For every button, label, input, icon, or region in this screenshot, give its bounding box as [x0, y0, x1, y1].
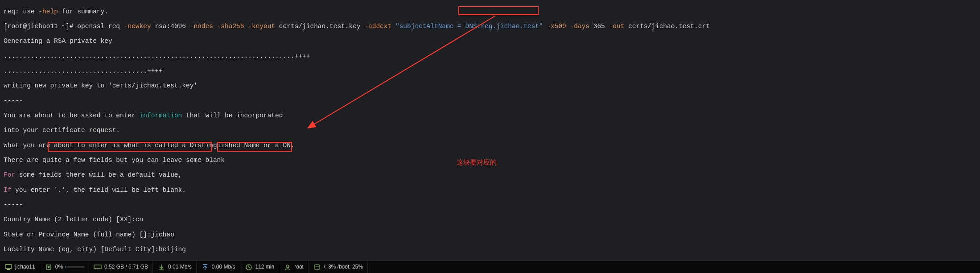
string-close: "	[539, 23, 547, 30]
flag: -help	[38, 8, 58, 15]
text: writing new private key to 'certs/jichao…	[4, 82, 976, 90]
text: What you are about to enter is what is c…	[4, 142, 976, 149]
keyword: information	[140, 112, 182, 119]
terminal-output[interactable]: req: use -help for summary. [root@jichao…	[0, 0, 980, 273]
space	[566, 23, 570, 30]
status-up-value: 0.00 Mb/s	[212, 264, 235, 270]
command: openssl req	[77, 23, 124, 30]
svg-rect-5	[48, 266, 49, 268]
shell-prompt: [root@jichao11 ~]#	[4, 23, 77, 30]
text: You are about to be asked to enter	[4, 112, 140, 119]
status-mem-value: 0.52 GB / 6.71 GB	[104, 264, 148, 270]
text: into your certificate request.	[4, 127, 976, 134]
arg: certs/jichao.test.key	[275, 23, 364, 30]
text: Generating a RSA private key	[4, 37, 976, 45]
arg: certs/jichao.test.crt	[624, 23, 709, 30]
status-cpu-value: 0%	[55, 264, 63, 270]
flag: -sha256	[217, 23, 244, 30]
status-uptime[interactable]: 112 min	[240, 261, 280, 273]
monitor-icon	[4, 264, 12, 271]
keyword: For	[4, 171, 15, 178]
download-icon	[157, 264, 165, 271]
status-net-down[interactable]: 0.01 Mb/s	[153, 261, 197, 273]
text: you enter '.', the field will be left bl…	[11, 186, 186, 194]
flag: -out	[609, 23, 625, 30]
status-mem[interactable]: 0.52 GB / 6.71 GB	[89, 261, 153, 273]
separator: -----	[4, 201, 976, 209]
flag: -x509	[547, 23, 566, 30]
user-icon	[284, 264, 292, 271]
status-user-value: root	[294, 264, 304, 270]
svg-point-11	[286, 265, 289, 268]
status-bar: jichao11 0% 0.52 GB / 6.71 GB 0.01 Mb/s …	[0, 261, 980, 273]
flag: -days	[570, 23, 590, 30]
svg-rect-2	[5, 265, 12, 269]
memory-icon	[94, 264, 102, 271]
space	[244, 23, 248, 30]
cpu-bar	[66, 266, 84, 268]
svg-rect-3	[7, 269, 10, 270]
svg-point-12	[314, 265, 320, 266]
prompt-field: State or Province Name (full name) []:ji…	[4, 231, 976, 239]
flag: -keyout	[248, 23, 275, 30]
progress-dots: ........................................…	[4, 53, 976, 60]
progress-dots: .....................................+++…	[4, 67, 976, 75]
status-disk-value: /: 3% /boot: 25%	[324, 264, 363, 270]
flag: -nodes	[190, 23, 213, 30]
status-uptime-value: 112 min	[255, 264, 275, 270]
prompt-field: Country Name (2 letter code) [XX]:cn	[4, 216, 976, 223]
san-value: DNS:reg.jichao.test	[465, 23, 539, 30]
text: that will be incorporated	[182, 112, 283, 119]
annotation-text: 这块要对应的	[457, 158, 497, 166]
clock-icon	[245, 264, 253, 271]
text: for summary.	[58, 8, 108, 15]
status-net-up[interactable]: 0.00 Mb/s	[197, 261, 240, 273]
status-user[interactable]: root	[279, 261, 309, 273]
arg: 365	[589, 23, 609, 30]
status-down-value: 0.01 Mb/s	[168, 264, 192, 270]
svg-rect-6	[94, 265, 101, 269]
text: some fields there will be a default valu…	[15, 171, 182, 178]
string-open: "subjectAltName =	[391, 23, 465, 30]
upload-icon	[201, 264, 209, 271]
flag: -newkey	[124, 23, 151, 30]
status-disk[interactable]: /: 3% /boot: 25%	[309, 261, 368, 273]
prompt-field: Locality Name (eg, city) [Default City]:…	[4, 246, 976, 253]
space	[213, 23, 217, 30]
status-cpu[interactable]: 0%	[40, 261, 89, 273]
text: req: use	[4, 8, 38, 15]
status-host[interactable]: jichao11	[0, 261, 40, 273]
arg: rsa:4096	[151, 23, 190, 30]
disk-icon	[313, 264, 321, 271]
keyword: If	[4, 186, 11, 194]
separator: -----	[4, 97, 976, 105]
status-host-label: jichao11	[15, 264, 35, 270]
flag: -addext	[364, 23, 391, 30]
cpu-icon	[45, 264, 53, 271]
